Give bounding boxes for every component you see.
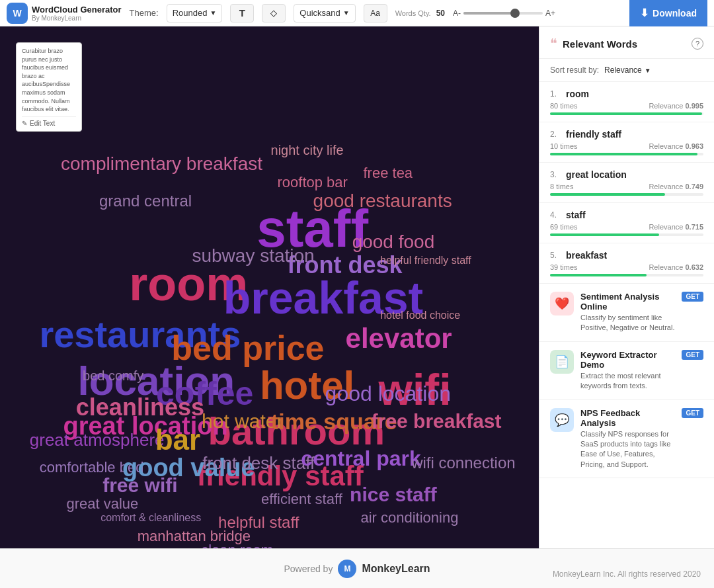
ad-description: Extract the most relevant keywords from … — [580, 371, 675, 392]
relevance-score: Relevance 0.715 — [649, 223, 703, 231]
relevance-num: 2. — [550, 130, 561, 139]
sort-value: Relevance — [604, 65, 642, 75]
word-cloud-word[interactable]: clean room — [201, 542, 273, 548]
word-cloud-word[interactable]: hotel food choice — [380, 310, 460, 321]
relevant-words-header: ❝ Relevant Words ? — [539, 26, 714, 59]
relevance-bar-fill — [550, 153, 697, 155]
sort-dropdown[interactable]: Relevance ▼ — [604, 65, 651, 75]
word-cloud-word[interactable]: central park — [301, 446, 420, 470]
ad-title: NPS Feedback Analysis — [580, 408, 675, 428]
word-cloud-word[interactable]: air conditioning — [360, 509, 458, 526]
relevant-words-title: Relevant Words — [563, 38, 686, 50]
size-slider[interactable] — [463, 12, 543, 15]
word-cloud-word[interactable]: great value — [66, 495, 138, 513]
relevance-name: staff — [566, 210, 586, 220]
relevance-item: 5. breakfast 39 times Relevance 0.632 — [539, 243, 714, 284]
quote-icon: ❝ — [550, 36, 557, 52]
ad-title: Sentiment Analysis Online — [580, 292, 675, 312]
relevance-score: Relevance 0.963 — [649, 142, 703, 150]
logo-text: WordCloud Generator By MonkeyLearn — [32, 5, 122, 22]
get-badge-button[interactable]: GET — [682, 408, 703, 418]
word-cloud-word[interactable]: grand central — [99, 192, 192, 210]
word-cloud-word[interactable]: good food — [352, 231, 435, 253]
ad-icon: 📄 — [550, 350, 574, 374]
relevance-bar-fill — [550, 233, 659, 236]
word-cloud-word[interactable]: free breakfast — [372, 410, 502, 433]
ad-item: 📄 Keyword Extractor Demo Extract the mos… — [539, 342, 714, 400]
relevance-num: 1. — [550, 89, 561, 99]
ad-title: Keyword Extractor Demo — [580, 350, 675, 370]
help-icon[interactable]: ? — [692, 38, 703, 50]
download-icon: ⬇ — [640, 7, 649, 19]
word-cloud-word[interactable]: good location — [325, 382, 451, 406]
ad-description: Classify by sentiment like Positive, Neg… — [580, 313, 675, 333]
word-cloud-word[interactable]: front desk staff — [202, 452, 315, 473]
relevance-times: 69 times — [550, 223, 578, 231]
relevance-bar-fill — [550, 274, 647, 276]
relevance-name: room — [566, 89, 589, 99]
chevron-down-icon: ▼ — [343, 9, 350, 17]
word-cloud-word[interactable]: complimentary breakfast — [61, 153, 262, 175]
relevance-bar-bg — [550, 153, 703, 155]
footer: Powered by M MonkeyLearn MonkeyLearn Inc… — [0, 548, 714, 588]
ad-content: Keyword Extractor Demo Extract the most … — [580, 350, 675, 392]
sort-area: Sort result by: Relevance ▼ — [539, 59, 714, 82]
word-cloud-word[interactable]: efficient staff — [261, 491, 342, 508]
size-max-label: A+ — [545, 9, 555, 18]
words-qty-value: 50 — [436, 9, 445, 18]
brand-name: MonkeyLearn — [362, 563, 430, 575]
word-cloud-word[interactable]: helpful friendly staff — [380, 255, 471, 267]
main-area: Curabitur brazo purus nec justo faucibus… — [0, 26, 714, 548]
word-cloud-word[interactable]: subway station — [192, 245, 314, 267]
chevron-down-icon: ▼ — [210, 9, 216, 17]
word-cloud-word[interactable]: bar — [155, 423, 200, 456]
word-cloud-word[interactable]: comfort & cleanliness — [100, 512, 201, 524]
ad-description: Classify NPS responses for SaaS products… — [580, 429, 675, 470]
word-cloud-word[interactable]: bed comfy — [83, 368, 143, 383]
relevance-name: great location — [566, 169, 627, 180]
relevance-item: 2. friendly staff 10 times Relevance 0.9… — [539, 122, 714, 163]
logo-title: WordCloud Generator — [32, 5, 122, 15]
monkeylearn-logo: M — [338, 560, 356, 578]
theme-dropdown[interactable]: Rounded ▼ — [167, 4, 223, 22]
download-button[interactable]: ⬇ Download — [629, 0, 707, 26]
word-cloud-word[interactable]: bed price — [171, 328, 324, 368]
word-cloud-word[interactable]: free tea — [363, 165, 413, 182]
word-cloud-word[interactable]: free wifi — [102, 474, 177, 497]
get-badge-button[interactable]: GET — [682, 292, 703, 302]
relevance-name: friendly staff — [566, 129, 621, 140]
relevance-times: 10 times — [550, 142, 578, 150]
word-cloud-word[interactable]: elevator — [346, 323, 452, 355]
word-cloud-word[interactable]: good restaurants — [313, 190, 452, 212]
size-min-label: A- — [453, 9, 461, 18]
shape-button[interactable]: ◇ — [262, 4, 286, 22]
font-style-button[interactable]: T — [230, 4, 254, 22]
word-cloud-word[interactable]: rooftop bar — [277, 174, 347, 191]
ad-item: ❤️ Sentiment Analysis Online Classify by… — [539, 284, 714, 342]
relevance-bar-bg — [550, 193, 703, 196]
word-cloud-word[interactable]: nice staff — [350, 483, 437, 506]
word-cloud-word[interactable]: cleanliness — [76, 394, 204, 421]
ads-list: ❤️ Sentiment Analysis Online Classify by… — [539, 284, 714, 478]
case-button[interactable]: Aa — [364, 4, 387, 22]
theme-value: Rounded — [173, 8, 208, 18]
word-cloud-word[interactable]: great atmosphere — [30, 429, 165, 450]
get-badge-button[interactable]: GET — [682, 350, 703, 360]
word-cloud-word[interactable]: wifi connection — [411, 454, 515, 472]
relevance-score: Relevance 0.995 — [649, 102, 703, 110]
download-label: Download — [653, 8, 697, 19]
ad-icon: ❤️ — [550, 292, 574, 315]
relevance-item: 1. room 80 times Relevance 0.995 — [539, 82, 714, 122]
size-slider-area: A- A+ — [453, 9, 621, 18]
word-cloud-word[interactable]: helpful staff — [218, 513, 299, 532]
relevance-bar-bg — [550, 274, 703, 276]
wordcloud-area: Curabitur brazo purus nec justo faucibus… — [0, 26, 539, 548]
relevance-item: 3. great location 8 times Relevance 0.74… — [539, 163, 714, 203]
relevance-bar-bg — [550, 233, 703, 236]
word-cloud-word[interactable]: night city life — [271, 143, 344, 158]
relevance-num: 3. — [550, 170, 561, 179]
font-family-dropdown[interactable]: Quicksand ▼ — [294, 4, 355, 22]
relevance-bar-fill — [550, 193, 665, 196]
powered-by-text: Powered by — [284, 564, 333, 574]
slider-thumb[interactable] — [510, 9, 520, 18]
